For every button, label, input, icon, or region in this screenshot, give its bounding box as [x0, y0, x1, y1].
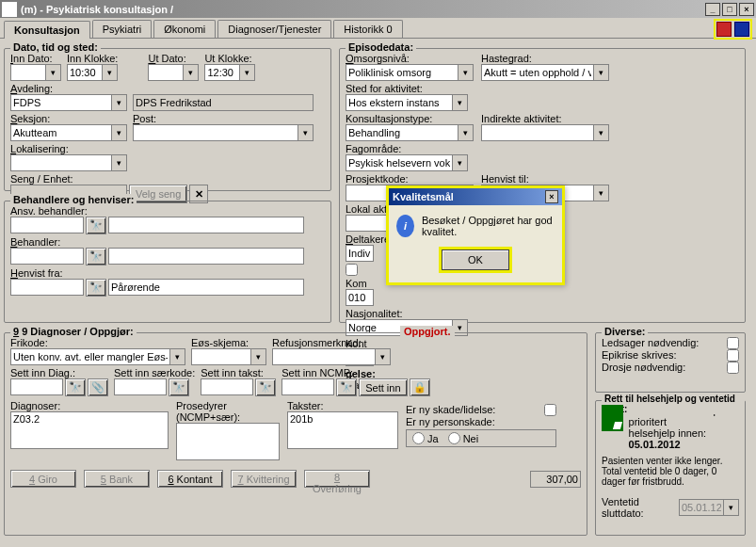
check-led[interactable]	[727, 337, 739, 349]
input-slutt	[679, 499, 724, 516]
btn-search-takst[interactable]	[255, 378, 276, 396]
drop-konsult[interactable]	[458, 124, 474, 141]
drop-ut-dato[interactable]	[184, 64, 199, 81]
label-slutt: Ventetid sluttdato:	[602, 496, 679, 519]
list-diagnoser[interactable]: Z03.2	[10, 411, 169, 449]
blue-refresh-icon[interactable]	[734, 22, 749, 37]
tab-psykiatri[interactable]: Psykiatri	[92, 20, 153, 38]
drop-ref[interactable]	[376, 348, 391, 365]
minimize-button[interactable]: _	[705, 3, 720, 16]
check-epi[interactable]	[727, 349, 739, 362]
label-kom: Kom	[346, 278, 383, 289]
dialog-close-button[interactable]: ×	[545, 190, 558, 203]
tab-konsultasjon[interactable]: Konsultasjon	[4, 21, 90, 39]
input-haste[interactable]	[481, 64, 594, 81]
btn-search-saer[interactable]	[169, 378, 189, 396]
input-sett-ncmp[interactable]	[281, 378, 334, 395]
input-ansv-code[interactable]	[10, 217, 84, 233]
drop-lokalisering[interactable]	[112, 154, 127, 171]
btn-search-ansv[interactable]	[86, 217, 106, 234]
btn-kvittering[interactable]: 7 Kvittering	[231, 470, 297, 488]
input-delt[interactable]	[346, 245, 374, 262]
input-ansv-text[interactable]	[108, 217, 304, 233]
drop-slutt[interactable]	[724, 499, 739, 516]
drop-inn-dato[interactable]	[46, 64, 61, 81]
list-prosedyrer[interactable]	[176, 423, 280, 460]
label-behandler: Behandler:	[10, 236, 325, 248]
drop-fag[interactable]	[453, 154, 468, 171]
dialog-ok-button[interactable]: OK	[442, 249, 509, 270]
drop-sted[interactable]	[453, 94, 468, 111]
input-sted[interactable]	[346, 94, 453, 111]
input-oms[interactable]	[346, 64, 458, 81]
radio-nei[interactable]	[448, 432, 460, 444]
input-inn-klokke[interactable]	[67, 64, 103, 81]
input-henvist-text[interactable]	[108, 279, 304, 296]
btn-search-diag[interactable]	[65, 378, 86, 396]
drop-frikode[interactable]	[170, 348, 185, 365]
btn-search-ncmp[interactable]	[336, 378, 357, 396]
tab-diagnoser[interactable]: Diagnoser/Tjenester	[217, 20, 331, 38]
maximize-button[interactable]: □	[722, 3, 737, 16]
btn-kontant[interactable]: 6 Kontant	[157, 470, 223, 488]
list-takster[interactable]: 201b	[287, 411, 398, 449]
input-post[interactable]	[133, 124, 298, 141]
input-indir[interactable]	[481, 124, 594, 141]
label-pers: Er ny personskade:	[406, 416, 495, 427]
btn-giro[interactable]: 4 Giro	[10, 470, 76, 488]
drop-oms[interactable]	[458, 64, 474, 81]
red-action-icon[interactable]	[716, 22, 732, 37]
amount-field	[530, 471, 581, 488]
input-beh-code[interactable]	[10, 248, 84, 265]
btn-sett-inn[interactable]: Sett inn	[359, 378, 407, 396]
drop-indir[interactable]	[594, 124, 609, 141]
radio-ja-label[interactable]: Ja	[412, 432, 439, 444]
input-beh-text[interactable]	[108, 248, 304, 265]
input-frikode[interactable]	[10, 348, 170, 365]
input-inn-dato[interactable]	[10, 64, 46, 81]
drop-post[interactable]	[298, 124, 314, 141]
input-konsult[interactable]	[346, 124, 458, 141]
drop-eos[interactable]	[251, 348, 266, 365]
drop-seksjon[interactable]	[112, 124, 127, 141]
tab-historikk[interactable]: Historikk 0	[333, 20, 402, 38]
drop-henv[interactable]	[594, 185, 609, 201]
input-ref[interactable]	[272, 348, 376, 365]
legend-diverse: Diverse:	[602, 326, 648, 337]
input-fag[interactable]	[346, 154, 453, 171]
label-sett-takst: Sett inn takst:	[201, 367, 276, 378]
btn-search-henvist[interactable]	[86, 279, 106, 297]
drop-inn-klokke[interactable]	[103, 64, 118, 81]
input-ut-klokke[interactable]	[204, 64, 240, 81]
input-henvist-code[interactable]	[10, 279, 84, 296]
input-avdeling[interactable]	[10, 94, 112, 111]
fieldset-rett: Rett til helsehjelp og ventetid slutt: P…	[595, 400, 746, 536]
check-skade[interactable]	[544, 404, 556, 416]
input-sett-saer[interactable]	[114, 378, 167, 395]
label-takster-list: Takster:	[287, 400, 400, 411]
check-dro[interactable]	[727, 362, 739, 374]
btn-attach-diag[interactable]	[88, 378, 108, 396]
input-ut-dato[interactable]	[148, 64, 184, 81]
input-eos[interactable]	[191, 348, 251, 365]
input-lokalisering[interactable]	[10, 154, 112, 171]
check-unknown[interactable]	[346, 264, 358, 276]
tab-okonomi[interactable]: Økonomi	[153, 20, 216, 38]
btn-lock[interactable]	[410, 378, 430, 396]
close-button[interactable]: ×	[739, 3, 754, 16]
tab-row: Konsultasjon Psykiatri Økonomi Diagnoser…	[0, 18, 756, 39]
drop-haste[interactable]	[594, 64, 609, 81]
drop-avdeling[interactable]	[112, 94, 127, 111]
btn-bank[interactable]: 5 Bank	[84, 470, 150, 488]
app-icon	[2, 2, 17, 17]
btn-overforing[interactable]: 8 Overføring	[304, 470, 370, 488]
input-seksjon[interactable]	[10, 124, 112, 141]
drop-ut-klokke[interactable]	[240, 64, 255, 81]
status-oppgjort: Oppgjort.	[400, 326, 455, 337]
input-sett-diag[interactable]	[10, 378, 63, 395]
input-kom[interactable]	[346, 289, 374, 306]
input-sett-takst[interactable]	[201, 378, 253, 395]
radio-ja[interactable]	[412, 432, 425, 444]
radio-nei-label[interactable]: Nei	[448, 432, 479, 444]
btn-search-beh[interactable]	[86, 248, 106, 265]
